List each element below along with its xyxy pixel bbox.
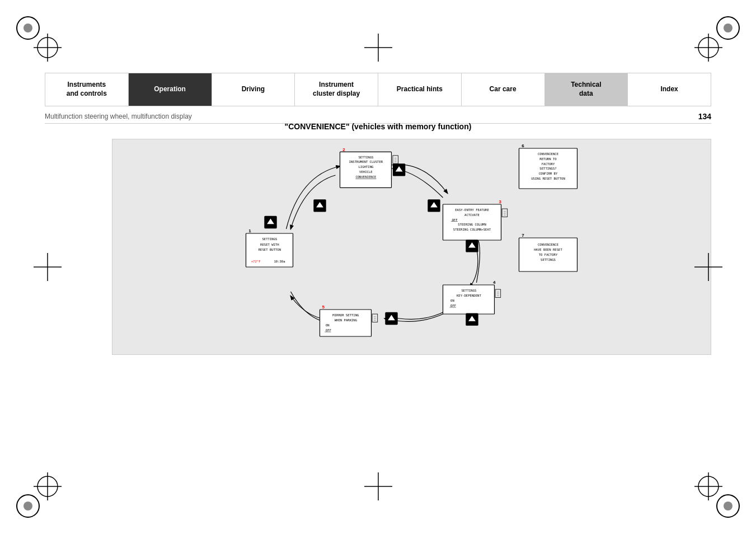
svg-text:OFF: OFF — [326, 329, 332, 332]
nav-index[interactable]: Index — [628, 73, 711, 106]
svg-text:RESET WITH: RESET WITH — [260, 243, 279, 246]
large-corner-deco-bl — [14, 492, 42, 520]
svg-text:EASY-ENTRY FEATURE: EASY-ENTRY FEATURE — [455, 208, 489, 212]
svg-text:SETTINGS: SETTINGS — [358, 156, 373, 159]
svg-text:KEY-DEPENDENT: KEY-DEPENDENT — [457, 294, 481, 297]
node-label-3: 3 — [499, 199, 502, 204]
svg-text:CONVENIENCE: CONVENIENCE — [538, 243, 559, 246]
nav-car-care[interactable]: Car care — [462, 73, 545, 106]
diagram-area: SETTINGS RESET WITH RESET BUTTON +72°F 1… — [112, 139, 711, 355]
svg-text:LIGHTING: LIGHTING — [358, 165, 374, 168]
svg-text:SETTINGS?: SETTINGS? — [539, 167, 556, 170]
nav-practical-hints[interactable]: Practical hints — [378, 73, 462, 106]
left-center-deco — [34, 253, 62, 281]
svg-text:STEERING COLUMN+SEAT: STEERING COLUMN+SEAT — [453, 228, 491, 231]
svg-text:TO FACTORY: TO FACTORY — [539, 253, 558, 256]
svg-point-90 — [724, 24, 732, 32]
nav-driving[interactable]: Driving — [212, 73, 295, 106]
svg-text:STEERING COLUMN: STEERING COLUMN — [458, 223, 486, 226]
svg-text:OFF: OFF — [450, 304, 457, 307]
nav-technical-data[interactable]: Technical data — [545, 73, 628, 106]
subheader-text: Multifunction steering wheel, multifunct… — [45, 113, 687, 120]
svg-text:RETURN TO: RETURN TO — [539, 157, 557, 161]
node-label-5: 5 — [322, 305, 325, 310]
svg-text:SETTINGS: SETTINGS — [262, 237, 277, 241]
svg-text:+72°F: +72°F — [251, 260, 261, 263]
svg-text:VEHICLE: VEHICLE — [359, 170, 373, 174]
node-label-2: 2 — [342, 147, 345, 152]
svg-text:CONVENIENCE: CONVENIENCE — [538, 152, 559, 156]
large-corner-deco-tr — [714, 14, 742, 42]
svg-text:SETTINGS: SETTINGS — [541, 258, 556, 261]
svg-point-94 — [724, 502, 732, 510]
nav-instruments[interactable]: Instruments and controls — [45, 73, 129, 106]
node-label-6: 6 — [522, 143, 524, 148]
top-center-deco — [364, 34, 392, 62]
svg-text:10:30a: 10:30a — [274, 260, 285, 263]
svg-text:RESET BUTTON: RESET BUTTON — [259, 248, 281, 251]
right-center-deco — [694, 253, 722, 281]
page-title: "CONVENIENCE" (vehicles with memory func… — [45, 122, 711, 131]
navigation-bar: Instruments and controls Operation Drivi… — [45, 73, 711, 106]
bottom-center-deco — [364, 472, 392, 500]
diagram-svg: SETTINGS RESET WITH RESET BUTTON +72°F 1… — [112, 139, 711, 354]
svg-text:MIRROR SETTING: MIRROR SETTING — [332, 313, 359, 317]
svg-text:INSTRUMENT CLUSTER: INSTRUMENT CLUSTER — [349, 160, 383, 163]
nav-operation[interactable]: Operation — [129, 73, 212, 106]
svg-text:CONVENIENCE: CONVENIENCE — [355, 175, 377, 179]
svg-text:SETTINGS: SETTINGS — [461, 289, 476, 292]
svg-text:USING RESET BUTTON: USING RESET BUTTON — [531, 177, 565, 180]
svg-text:OFF: OFF — [452, 218, 458, 222]
node-label-4: 4 — [493, 280, 496, 285]
svg-text:FACTORY: FACTORY — [542, 162, 555, 166]
svg-point-92 — [24, 502, 32, 510]
svg-text:ON: ON — [450, 299, 454, 302]
svg-text:CONFIRM BY: CONFIRM BY — [539, 172, 558, 175]
nav-instrument-cluster[interactable]: Instrument cluster display — [295, 73, 378, 106]
svg-text:ACTIVATE: ACTIVATE — [464, 213, 480, 217]
page-number: 134 — [698, 112, 711, 121]
svg-point-88 — [24, 24, 32, 32]
svg-text:HAVE BEEN RESET: HAVE BEEN RESET — [534, 248, 562, 251]
node-label-7: 7 — [522, 233, 524, 238]
large-corner-deco-tl — [14, 14, 42, 42]
svg-text:ON: ON — [326, 324, 330, 327]
svg-text:WHEN PARKING: WHEN PARKING — [335, 318, 358, 322]
node-label-1: 1 — [248, 228, 251, 233]
large-corner-deco-br — [714, 492, 742, 520]
